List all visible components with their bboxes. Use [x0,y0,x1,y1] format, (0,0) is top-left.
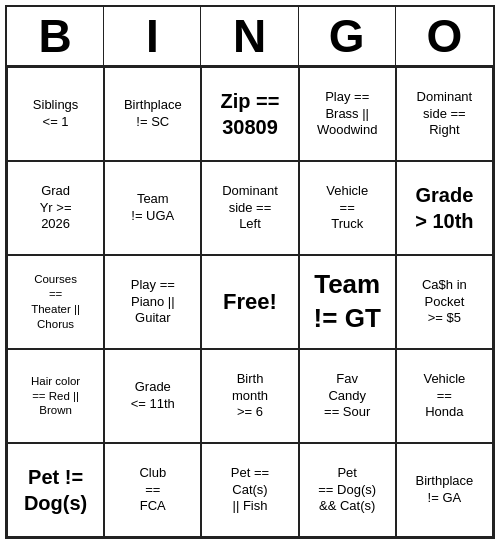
header-letter-I: I [104,7,201,65]
bingo-cell-0[interactable]: Siblings <= 1 [7,67,104,161]
cell-text-24: Birthplace != GA [415,473,473,507]
cell-text-6: Team != UGA [131,191,174,225]
bingo-cell-18[interactable]: Fav Candy == Sour [299,349,396,443]
cell-text-3: Play == Brass || Woodwind [317,89,377,140]
bingo-cell-7[interactable]: Dominant side == Left [201,161,298,255]
header-letter-G: G [299,7,396,65]
cell-text-20: Pet != Dog(s) [24,464,87,516]
cell-text-18: Fav Candy == Sour [324,371,370,422]
cell-text-2: Zip == 30809 [221,88,280,140]
bingo-cell-5[interactable]: Grad Yr >= 2026 [7,161,104,255]
bingo-cell-24[interactable]: Birthplace != GA [396,443,493,537]
cell-text-12: Free! [223,288,277,317]
header-letter-B: B [7,7,104,65]
cell-text-1: Birthplace != SC [124,97,182,131]
bingo-cell-19[interactable]: Vehicle == Honda [396,349,493,443]
bingo-cell-15[interactable]: Hair color == Red || Brown [7,349,104,443]
bingo-cell-6[interactable]: Team != UGA [104,161,201,255]
header-letter-N: N [201,7,298,65]
cell-text-8: Vehicle == Truck [326,183,368,234]
cell-text-23: Pet == Dog(s) && Cat(s) [318,465,376,516]
cell-text-10: Courses == Theater || Chorus [31,272,80,332]
bingo-cell-12[interactable]: Free! [201,255,298,349]
cell-text-13: Team != GT [314,268,381,336]
bingo-cell-13[interactable]: Team != GT [299,255,396,349]
bingo-cell-17[interactable]: Birth month >= 6 [201,349,298,443]
bingo-cell-10[interactable]: Courses == Theater || Chorus [7,255,104,349]
cell-text-9: Grade > 10th [415,182,473,234]
bingo-card: BINGO Siblings <= 1Birthplace != SCZip =… [5,5,495,539]
bingo-cell-21[interactable]: Club == FCA [104,443,201,537]
bingo-cell-23[interactable]: Pet == Dog(s) && Cat(s) [299,443,396,537]
bingo-cell-9[interactable]: Grade > 10th [396,161,493,255]
cell-text-21: Club == FCA [139,465,166,516]
bingo-cell-16[interactable]: Grade <= 11th [104,349,201,443]
bingo-cell-8[interactable]: Vehicle == Truck [299,161,396,255]
cell-text-7: Dominant side == Left [222,183,278,234]
header-letter-O: O [396,7,493,65]
bingo-cell-1[interactable]: Birthplace != SC [104,67,201,161]
cell-text-4: Dominant side == Right [417,89,473,140]
bingo-grid: Siblings <= 1Birthplace != SCZip == 3080… [7,67,493,537]
cell-text-22: Pet == Cat(s) || Fish [231,465,269,516]
bingo-cell-4[interactable]: Dominant side == Right [396,67,493,161]
cell-text-0: Siblings <= 1 [33,97,79,131]
bingo-cell-2[interactable]: Zip == 30809 [201,67,298,161]
bingo-cell-3[interactable]: Play == Brass || Woodwind [299,67,396,161]
cell-text-16: Grade <= 11th [131,379,175,413]
bingo-cell-11[interactable]: Play == Piano || Guitar [104,255,201,349]
cell-text-17: Birth month >= 6 [232,371,268,422]
bingo-header: BINGO [7,7,493,67]
cell-text-14: Ca$h in Pocket >= $5 [422,277,467,328]
cell-text-11: Play == Piano || Guitar [131,277,175,328]
cell-text-5: Grad Yr >= 2026 [40,183,72,234]
bingo-cell-14[interactable]: Ca$h in Pocket >= $5 [396,255,493,349]
bingo-cell-22[interactable]: Pet == Cat(s) || Fish [201,443,298,537]
cell-text-19: Vehicle == Honda [423,371,465,422]
bingo-cell-20[interactable]: Pet != Dog(s) [7,443,104,537]
cell-text-15: Hair color == Red || Brown [31,374,80,419]
